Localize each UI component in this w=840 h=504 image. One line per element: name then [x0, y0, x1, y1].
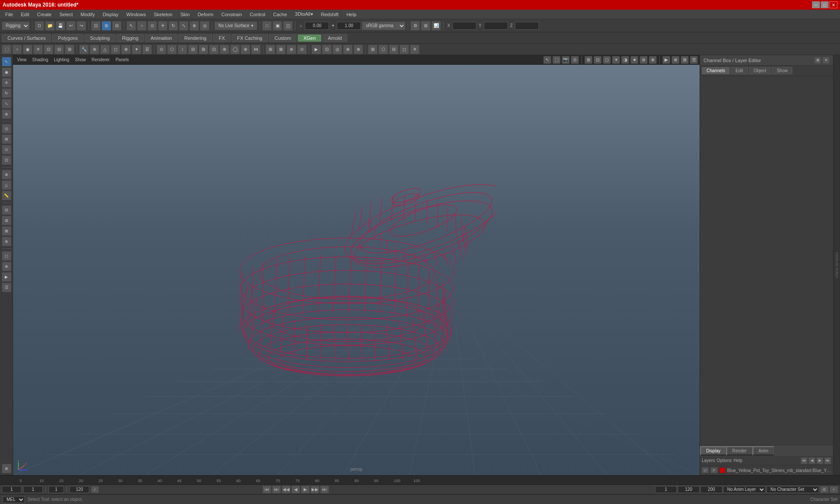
menu-windows[interactable]: Windows — [123, 11, 150, 18]
minimize-button[interactable]: ─ — [812, 1, 820, 8]
pb-play-end[interactable]: ⏭ — [320, 486, 329, 494]
menu-3dtoall[interactable]: 3DtoAll▾ — [291, 10, 316, 18]
tab-object[interactable]: Object — [749, 67, 771, 74]
select-tool[interactable]: ↖ — [2, 57, 11, 66]
history-btn[interactable]: ⊕ — [2, 262, 11, 271]
menu-skin[interactable]: Skin — [177, 11, 193, 18]
rp-expand-btn[interactable]: ⊞ — [814, 57, 821, 64]
input-ops-btn[interactable]: ◻ — [2, 251, 11, 261]
menu-help[interactable]: Help — [343, 11, 360, 18]
layer-tab-display[interactable]: Display — [700, 446, 726, 455]
no-live-surface-btn[interactable]: No Live Surface ▾ — [214, 21, 257, 30]
tool20[interactable]: ⊡ — [209, 45, 219, 54]
layer-playback-btn[interactable]: P — [710, 467, 718, 473]
anim-current-input[interactable] — [678, 486, 700, 493]
tool19[interactable]: ⊞ — [199, 45, 208, 54]
char-set-btn[interactable]: ⊛ — [2, 237, 11, 246]
tool32[interactable]: ⊕ — [343, 45, 353, 54]
vp-icon-4[interactable]: ⊙ — [571, 56, 579, 64]
no-anim-layer-select[interactable]: No Anim Layer — [723, 486, 766, 493]
display-layer-btn[interactable]: ⊟ — [2, 205, 11, 215]
tool25[interactable]: ⊞ — [266, 45, 275, 54]
frame-check-btn[interactable]: ✓ — [91, 486, 99, 493]
soft-btn[interactable]: ◎ — [200, 21, 210, 31]
layer-tab-render[interactable]: Render — [726, 446, 752, 455]
frame-indicator[interactable] — [49, 486, 64, 493]
output-btn[interactable]: ▶ — [2, 272, 11, 282]
pb-play[interactable]: ▶ — [301, 486, 310, 494]
scale-tool[interactable]: ⤡ — [2, 99, 11, 108]
close-button[interactable]: ✕ — [830, 1, 837, 8]
measure-tool[interactable]: 📏 — [2, 191, 11, 200]
menu-skeleton[interactable]: Skeleton — [150, 11, 176, 18]
pb-step-back[interactable]: ◀◀ — [282, 486, 290, 494]
tool4[interactable]: ✕ — [33, 45, 43, 54]
char-set-add-btn[interactable]: + — [830, 486, 838, 493]
menu-constrain[interactable]: Constrain — [218, 11, 245, 18]
mel-python-select[interactable]: MEL — [3, 496, 25, 503]
vp-menu-renderer[interactable]: Renderer — [89, 57, 112, 63]
z-coord-input[interactable] — [515, 22, 539, 30]
tool31[interactable]: ◎ — [332, 45, 342, 54]
tool37[interactable]: ◻ — [399, 45, 409, 54]
tool35[interactable]: ⬡ — [378, 45, 388, 54]
rotate-btn[interactable]: ↻ — [168, 21, 178, 31]
select-btn[interactable]: ↖ — [126, 21, 136, 31]
start-frame-input[interactable] — [2, 486, 21, 493]
options-menu[interactable]: Options — [717, 458, 732, 463]
tool23[interactable]: ⊗ — [241, 45, 250, 54]
uv-btn[interactable]: ⊞ — [421, 21, 430, 31]
pb-next-frame[interactable]: ▶▶ — [311, 486, 319, 494]
tool18[interactable]: ⊟ — [188, 45, 198, 54]
vp-icon-2[interactable]: ⬚ — [553, 56, 560, 64]
render-layer-btn[interactable]: ⊞ — [2, 216, 11, 225]
exposure-input[interactable] — [305, 22, 329, 30]
undo-btn[interactable]: ↩ — [66, 21, 76, 31]
render2-btn[interactable]: ▣ — [273, 21, 282, 31]
tool14[interactable]: ☰ — [142, 45, 152, 54]
layer-prev[interactable]: ◀ — [808, 457, 816, 464]
vp-grid-btn[interactable]: ⊞ — [584, 56, 592, 64]
tab-channels[interactable]: Channels — [702, 67, 730, 74]
lasso-btn[interactable]: ○ — [137, 21, 147, 31]
tool38[interactable]: ✕ — [410, 45, 420, 54]
tab-show[interactable]: Show — [772, 67, 792, 74]
tab-curves-surfaces[interactable]: Curves / Surfaces — [2, 34, 51, 42]
vp-menu-lighting[interactable]: Lighting — [52, 57, 71, 63]
tab-polygons[interactable]: Polygons — [52, 34, 83, 42]
bottom-tool[interactable]: ⊕ — [2, 464, 11, 473]
tab-custom[interactable]: Custom — [269, 34, 297, 42]
tool11[interactable]: ◻ — [111, 45, 120, 54]
menu-edit[interactable]: Edit — [18, 11, 33, 18]
redo-btn[interactable]: ↪ — [77, 21, 86, 31]
timeline[interactable]: 5 10 15 20 25 30 35 40 45 50 55 60 65 70… — [0, 475, 840, 485]
layers-menu[interactable]: Layers — [702, 458, 715, 463]
tool16[interactable]: ⬡ — [167, 45, 177, 54]
move-tool[interactable]: ✛ — [2, 78, 11, 88]
tool33[interactable]: ⊗ — [354, 45, 363, 54]
open-btn[interactable]: 📁 — [45, 21, 55, 31]
layer-tab-anim[interactable]: Anim — [752, 446, 774, 455]
x-coord-input[interactable] — [452, 22, 476, 30]
char-set-options-btn[interactable]: ⚙ — [820, 486, 829, 493]
paint-btn[interactable]: ⊙ — [147, 21, 157, 31]
vp-icon-3[interactable]: 📷 — [562, 56, 570, 64]
gain-input[interactable] — [337, 22, 361, 30]
3d-viewport[interactable]: persp X Y Z — [13, 65, 700, 475]
snap-btn1[interactable]: ⊡ — [91, 21, 101, 31]
new-scene-btn[interactable]: 🗋 — [35, 21, 44, 31]
pb-jump-start[interactable]: ⏮ — [262, 486, 271, 494]
help-menu[interactable]: Help — [733, 458, 742, 463]
vp-menu-view[interactable]: View — [15, 57, 29, 63]
pb-prev-frame[interactable]: ◀ — [291, 486, 300, 494]
tool28[interactable]: ⊙ — [297, 45, 307, 54]
menu-file[interactable]: File — [2, 11, 17, 18]
snap-points-tool[interactable]: △ — [2, 180, 11, 190]
tool7[interactable]: ⊞ — [65, 45, 74, 54]
vp-menu-show[interactable]: Show — [73, 57, 88, 63]
no-character-set-select[interactable]: No Character Set — [766, 486, 819, 493]
set-driven-key[interactable]: ⊡ — [2, 155, 11, 165]
render-settings-btn[interactable]: ⚙ — [410, 21, 420, 31]
tool3[interactable]: ◉ — [23, 45, 32, 54]
tool2[interactable]: ○ — [12, 45, 22, 54]
